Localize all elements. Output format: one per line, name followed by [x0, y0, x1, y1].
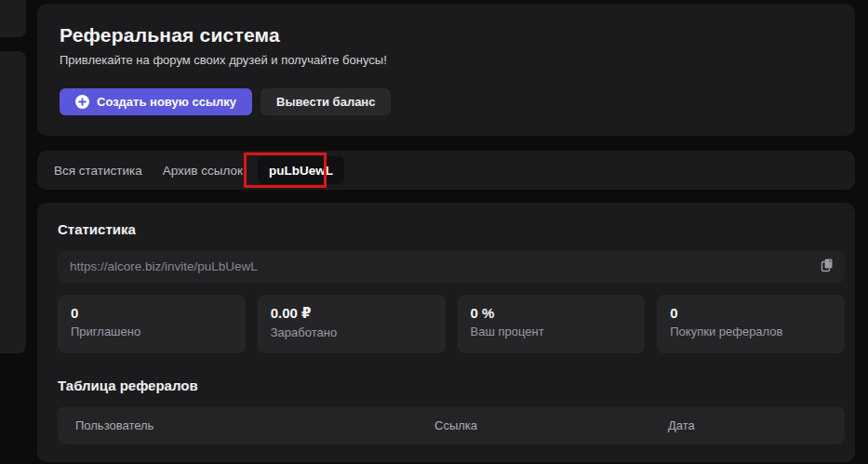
- copy-link-button[interactable]: [815, 255, 839, 278]
- statistics-heading: Статистика: [58, 221, 832, 237]
- stat-label: Заработано: [271, 325, 433, 339]
- stat-label: Ваш процент: [471, 325, 633, 338]
- stat-card-percent: 0 % Ваш процент: [458, 295, 646, 353]
- stat-label: Приглашено: [71, 325, 233, 338]
- tab-links-archive[interactable]: Архив ссылок: [161, 156, 245, 184]
- referrals-table-header-row: Пользователь Ссылка Дата: [58, 406, 845, 444]
- statistics-card: Статистика 0 Приглашено: [37, 203, 855, 462]
- copy-icon: [820, 258, 835, 275]
- page-subtitle: Привлекайте на форум своих друзей и полу…: [60, 53, 833, 67]
- column-header-date: Дата: [668, 418, 695, 432]
- partial-left-card-top: [0, 0, 26, 37]
- stat-value: 0 %: [471, 305, 633, 321]
- create-link-button[interactable]: Создать новую ссылку: [60, 88, 252, 115]
- stat-value: 0: [71, 305, 233, 321]
- stat-card-referral-purchases: 0 Покупки рефералов: [657, 295, 845, 353]
- referral-page: Реферальная система Привлекайте на форум…: [0, 0, 868, 464]
- page-title: Реферальная система: [60, 24, 833, 46]
- statistics-tabs-bar: Вся статистика Архив ссылок puLbUewL: [37, 151, 855, 190]
- stat-label: Покупки рефералов: [670, 325, 832, 338]
- referrals-table-heading: Таблица рефералов: [58, 378, 832, 393]
- create-link-button-label: Создать новую ссылку: [97, 95, 236, 109]
- invite-link-row: [58, 250, 845, 283]
- column-header-link: Ссылка: [434, 418, 477, 432]
- partial-left-card-middle: [0, 51, 26, 353]
- invite-link-input[interactable]: [58, 250, 845, 283]
- tab-active-link-pulbuewl[interactable]: puLbUewL: [258, 156, 344, 184]
- tab-all-statistics[interactable]: Вся статистика: [52, 156, 144, 184]
- plus-circle-icon: [75, 95, 89, 109]
- stat-value: 0: [670, 305, 832, 321]
- referral-header-card: Реферальная система Привлекайте на форум…: [37, 4, 855, 136]
- stat-card-earned: 0.00 ₽ Заработано: [258, 295, 446, 353]
- stats-grid: 0 Приглашено 0.00 ₽ Заработано 0 % Ваш п…: [58, 295, 845, 353]
- withdraw-balance-button[interactable]: Вывести баланс: [260, 88, 391, 115]
- column-header-user: Пользователь: [75, 418, 154, 432]
- header-buttons-row: Создать новую ссылку Вывести баланс: [60, 88, 833, 115]
- stat-card-invited: 0 Приглашено: [58, 295, 246, 353]
- stat-value: 0.00 ₽: [271, 305, 433, 322]
